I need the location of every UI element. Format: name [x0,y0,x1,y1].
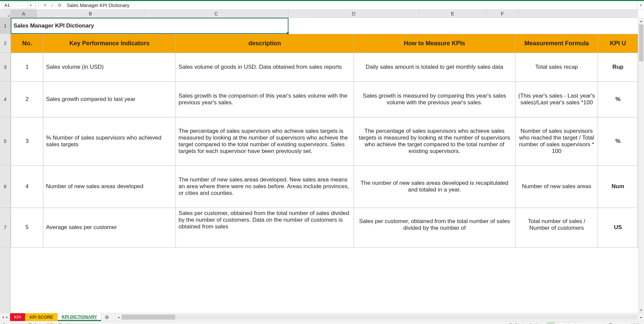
formula-bar: A1 ▾ ✕ ✓ fx Sales Manager KPI Dictionary… [0,1,644,10]
hdr-no[interactable]: No. [11,34,43,53]
accessibility-label: Accessibility: Good to go [34,323,78,324]
hdr-kpi[interactable]: Key Performance Indicators [43,34,176,53]
table-row: 2 Sales growth compared to last year Sal… [11,82,638,117]
separator [38,2,39,9]
tab-nav-prev-icon[interactable]: ◂ [2,315,4,319]
select-all-corner[interactable] [0,10,11,18]
col-header-E[interactable]: E [419,10,486,17]
cell-no[interactable]: 2 [11,82,43,117]
cancel-formula-button[interactable]: ✕ [41,2,49,9]
cell-unit[interactable]: Rup [598,53,638,82]
cell-formula[interactable]: (This year's sales - Last year's sales)/… [515,82,598,117]
name-box-value: A1 [4,3,10,8]
cell-unit[interactable]: US [598,208,638,247]
cell-measure[interactable]: Sales growth is measured by comparing th… [354,82,515,117]
zoom-level[interactable]: 120% [631,323,641,324]
col-header-F[interactable]: F [486,10,519,17]
view-page-layout-button[interactable]: ▤ [558,322,565,324]
col-header-B[interactable]: B [37,10,144,17]
cell-formula[interactable]: Total sales recap [515,53,598,82]
view-page-break-button[interactable]: ▭ [569,322,576,324]
hdr-measure[interactable]: How to Measure KPIs [354,34,515,53]
cell-desc[interactable]: The percentage of sales supervisors who … [176,117,354,165]
scroll-up-icon[interactable]: ▴ [638,18,644,24]
row-header-1[interactable]: 1 [0,18,10,34]
row-header-2[interactable]: 2 [0,34,10,53]
hdr-desc[interactable]: description [176,34,354,53]
sheet-tab-kpi[interactable]: KPI [10,313,25,321]
status-bar: Ready ▢ ⓘ Accessibility: Good to go 🖵 Di… [0,321,644,324]
cell-measure[interactable]: Daily sales amount is totaled to get mon… [354,53,515,82]
table-row: 5 Average sales per customer Sales per c… [11,208,638,247]
cell-D1[interactable] [354,18,515,34]
title-row: Sales Manager KPI Dictionary [11,18,638,34]
cell-kpi[interactable]: Sales volume (in USD) [43,53,176,82]
cell-unit[interactable]: % [598,82,638,117]
cell-no[interactable]: 1 [11,53,43,82]
sheet-tab-kpi-score[interactable]: KPI SCORE [25,313,58,321]
cell-kpi[interactable]: Number of new sales areas developed [43,165,176,208]
status-left: Ready ▢ ⓘ Accessibility: Good to go [3,322,78,324]
row-header-6[interactable]: 6 [0,165,10,208]
cell-kpi[interactable]: Average sales per customer [43,208,176,247]
row-header-4[interactable]: 4 [0,82,10,117]
cell-formula[interactable]: Number of new sales areas [515,165,598,208]
status-right: 🖵 Display Settings ▦ ▤ ▭ − + 120% [508,322,641,324]
cell-desc[interactable]: Sales per customer, obtained from the to… [176,208,354,247]
cell-unit[interactable]: Num [598,165,638,208]
accept-formula-button[interactable]: ✓ [49,2,56,9]
cell-kpi[interactable]: % Number of sales supervisors who achiev… [43,117,176,165]
cell-F1[interactable] [598,18,638,34]
accessibility-icon: ⓘ [28,323,32,324]
horizontal-scrollbar[interactable]: ◂ ▸ [115,313,644,321]
scroll-down-icon[interactable]: ▾ [638,307,644,313]
display-settings-button[interactable]: 🖵 Display Settings [508,323,544,324]
cell-E1[interactable] [515,18,598,34]
row-header-7[interactable]: 7 [0,208,10,247]
insert-function-button[interactable]: fx [56,2,63,9]
row-header-3[interactable]: 3 [0,53,10,82]
hdr-formula[interactable]: Measurement Formula [515,34,598,53]
page-title[interactable]: Sales Manager KPI Dictionary [11,18,354,34]
cell-no[interactable]: 4 [11,165,43,208]
cell-measure[interactable]: Sales per customer, obtained from the to… [354,208,515,247]
cell-measure[interactable]: The number of new sales areas developed … [354,165,515,208]
name-box-dropdown-icon[interactable]: ▾ [28,2,33,9]
table-row: 4 Number of new sales areas developed Th… [11,165,638,208]
cell-desc[interactable]: Sales growth is the comparison of this y… [176,82,354,117]
expand-formula-bar-icon[interactable]: ▾ [637,1,644,9]
new-sheet-button[interactable]: ⊕ [101,313,112,321]
tab-nav-next-icon[interactable]: ▸ [6,315,8,319]
sheet-tabs-bar: ◂ ▸ KPI KPI SCORE KPI DICTIONARY ⊕ ◂ ▸ [0,313,644,321]
row-header-5[interactable]: 5 [0,117,10,165]
cell-formula[interactable]: Number of sales supervisors who reached … [515,117,598,165]
accessibility-status[interactable]: ⓘ Accessibility: Good to go [28,322,78,324]
zoom-out-button[interactable]: − [579,323,582,324]
sheet-cells[interactable]: Sales Manager KPI Dictionary No. Key Per… [11,18,638,313]
hscroll-thumb[interactable] [121,315,175,320]
scroll-thumb[interactable] [639,24,643,61]
name-box[interactable]: A1 ▾ [2,2,36,9]
view-normal-button[interactable]: ▦ [547,322,554,324]
cell-measure[interactable]: The percentage of sales supervisors who … [354,117,515,165]
cell-kpi[interactable]: Sales growth compared to last year [43,82,176,117]
hscroll-left-icon[interactable]: ◂ [115,313,121,321]
hdr-unit[interactable]: KPI U [598,34,638,53]
col-header-D[interactable]: D [288,10,419,17]
column-headers: A B C D E F [11,10,638,18]
cell-unit[interactable]: % [598,117,638,165]
macro-record-icon[interactable]: ▢ [19,323,23,324]
cell-no[interactable]: 5 [11,208,43,247]
vertical-scrollbar[interactable]: ▴ ▾ [638,18,644,313]
cell-formula[interactable]: Total number of sales / Number of custom… [515,208,598,247]
cell-desc[interactable]: Sales volume of goods in USD. Data obtai… [176,53,354,82]
cell-desc[interactable]: The number of new sales areas developed.… [176,165,354,208]
hscroll-right-icon[interactable]: ▸ [638,313,644,321]
formula-input[interactable]: Sales Manager KPI Dictionary [63,3,637,8]
col-header-A[interactable]: A [11,10,37,17]
sheet-tab-kpi-dictionary[interactable]: KPI DICTIONARY [58,313,102,321]
col-header-C[interactable]: C [144,10,288,17]
hscroll-track[interactable] [121,315,638,320]
zoom-in-button[interactable]: + [625,323,628,324]
cell-no[interactable]: 3 [11,117,43,165]
